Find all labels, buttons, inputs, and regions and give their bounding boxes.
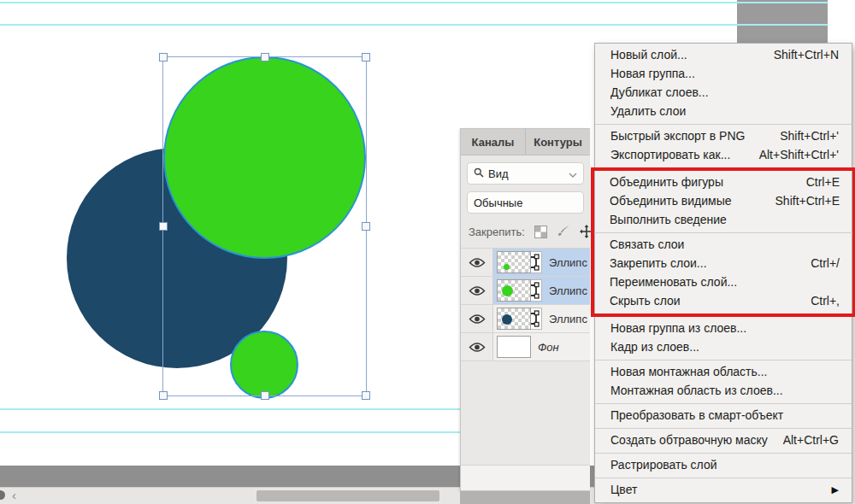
visibility-toggle[interactable] <box>461 249 493 276</box>
lock-options-row: Закрепить: <box>469 221 584 242</box>
scrollbar-thumb[interactable] <box>256 490 439 501</box>
menu-item-merge-shapes[interactable]: Объединить фигуры Ctrl+E <box>594 173 852 192</box>
menu-item-duplicate-layers[interactable]: Дубликат слоев... <box>595 84 852 103</box>
transform-handle-mid-left[interactable] <box>159 222 168 231</box>
layer-row-body[interactable]: Эллипс 1 <box>493 305 590 332</box>
shape-preview-dot <box>504 264 510 270</box>
layer-name: Эллипс 2 <box>549 284 590 297</box>
blend-mode-value: Обычные <box>474 196 522 209</box>
menu-item-color[interactable]: Цвет ▶ <box>595 481 852 500</box>
menu-item-rasterize-layer[interactable]: Растрировать слой <box>595 456 852 475</box>
horizontal-guide[interactable] <box>0 2 828 3</box>
visibility-toggle[interactable] <box>461 305 493 332</box>
menu-item-new-layer[interactable]: Новый слой... Shift+Ctrl+N <box>595 46 852 65</box>
shape-preview-dot <box>502 285 513 296</box>
tab-channels[interactable]: Каналы <box>461 129 526 155</box>
layer-list: Эллипс 3 Эллипс 2 <box>461 248 590 361</box>
layer-name: Эллипс 1 <box>549 313 590 325</box>
transform-handle-bottom-right[interactable] <box>362 391 370 400</box>
menu-item-quick-export-png[interactable]: Быстрый экспорт в PNG Shift+Ctrl+' <box>595 127 852 146</box>
search-value: Вид <box>488 167 509 180</box>
menu-item-new-group[interactable]: Новая группа... <box>595 65 852 84</box>
chevron-down-icon <box>569 167 577 180</box>
layer-row-body[interactable]: Эллипс 2 <box>493 277 590 304</box>
menu-item-frame-from-layers[interactable]: Кадр из слоев... <box>595 338 852 357</box>
visibility-toggle[interactable] <box>461 277 493 304</box>
menu-item-rename-layer[interactable]: Переименовать слой... <box>594 273 852 292</box>
visibility-toggle[interactable] <box>461 333 493 360</box>
menu-item-export-as[interactable]: Экспортировать как... Alt+Shift+Ctrl+' <box>595 146 852 165</box>
menu-item-link-layers[interactable]: Связать слои <box>594 236 852 255</box>
transform-handle-top-right[interactable] <box>362 53 370 62</box>
layer-row-ellipse-3[interactable]: Эллипс 3 <box>461 249 590 277</box>
layer-name: Фон <box>538 341 559 354</box>
menu-item-new-group-from-layers[interactable]: Новая группа из слоев... <box>595 319 852 338</box>
menu-item-create-clipping-mask[interactable]: Создать обтравочную маску Alt+Ctrl+G <box>595 431 852 450</box>
menu-item-merge-visible[interactable]: Объединить видимые Shift+Ctrl+E <box>594 192 852 211</box>
layer-search-filter[interactable]: Вид <box>467 162 584 185</box>
lock-paint-brush-icon[interactable] <box>557 225 570 238</box>
layer-thumbnail[interactable] <box>497 279 531 302</box>
submenu-arrow-icon: ▶ <box>832 483 839 496</box>
background-panel-block <box>737 0 828 43</box>
transform-handle-top-center[interactable] <box>261 53 269 62</box>
photoshop-workspace: ‹ Каналы Контуры Вид Обычные Закрепить: <box>0 0 855 504</box>
scroll-left-icon[interactable]: ‹ <box>12 488 16 503</box>
transform-handle-mid-right[interactable] <box>362 222 370 231</box>
search-icon <box>474 167 484 180</box>
transform-handle-bottom-left[interactable] <box>159 391 168 400</box>
layer-thumbnail[interactable] <box>497 336 531 358</box>
lock-label: Закрепить: <box>469 226 525 238</box>
tab-paths[interactable]: Контуры <box>526 129 590 155</box>
layer-row-ellipse-1[interactable]: Эллипс 1 <box>461 305 590 333</box>
layer-thumbnail[interactable] <box>497 308 531 330</box>
menu-item-artboard-from-layers[interactable]: Монтажная область из слоев... <box>595 382 852 401</box>
menu-item-flatten-image[interactable]: Выполнить сведение <box>594 211 852 230</box>
layer-thumbnail[interactable] <box>497 251 531 273</box>
menu-item-lock-layers[interactable]: Закрепить слои... Ctrl+/ <box>594 255 852 273</box>
panel-tab-bar: Каналы Контуры <box>461 129 590 155</box>
layer-row-background[interactable]: Фон <box>461 333 590 361</box>
shape-preview-dot <box>502 314 512 325</box>
layer-row-ellipse-2[interactable]: Эллипс 2 <box>461 277 590 305</box>
transform-bounding-box <box>162 56 367 396</box>
blend-mode-select[interactable]: Обычные <box>467 191 584 214</box>
transform-handle-top-left[interactable] <box>159 53 168 62</box>
eye-icon <box>469 342 486 353</box>
layer-row-body[interactable]: Эллипс 3 <box>493 249 590 276</box>
lock-transparency-icon[interactable] <box>534 226 547 238</box>
panel-scroll-strip <box>460 491 590 504</box>
eye-icon <box>469 257 486 268</box>
menu-item-delete-layers[interactable]: Удалить слои <box>595 103 852 121</box>
layer-name: Эллипс 3 <box>549 256 590 269</box>
horizontal-guide[interactable] <box>0 24 828 26</box>
menu-item-new-artboard[interactable]: Новая монтажная область... <box>595 363 852 382</box>
layers-panel: Каналы Контуры Вид Обычные Закрепить: <box>460 128 590 491</box>
eye-icon <box>469 314 486 325</box>
menu-item-hide-layers[interactable]: Скрыть слои Ctrl+, <box>594 292 852 311</box>
eye-icon <box>469 285 486 296</box>
red-highlight-box: Объединить фигуры Ctrl+E Объединить види… <box>591 167 855 317</box>
panel-footer <box>461 465 590 490</box>
layer-row-body[interactable]: Фон <box>493 333 590 360</box>
menu-item-convert-to-smart-object[interactable]: Преобразовать в смарт-объект <box>595 407 852 425</box>
layers-context-menu: Новый слой... Shift+Ctrl+N Новая группа.… <box>594 43 852 503</box>
transform-handle-bottom-center[interactable] <box>261 391 269 400</box>
